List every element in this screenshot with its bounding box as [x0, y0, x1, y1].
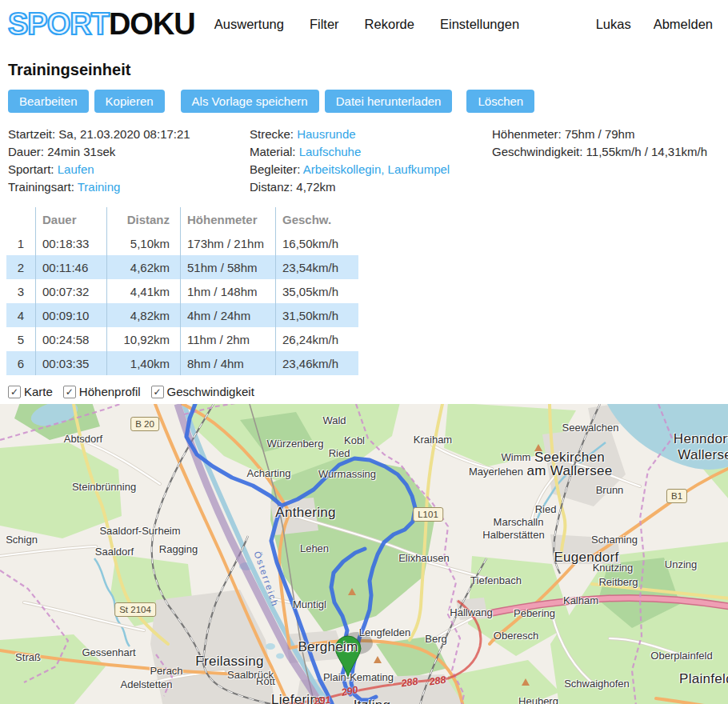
- details-column-3: Höhenmeter: 75hm / 79hmGeschwindigkeit: …: [492, 126, 728, 196]
- laps-cell: 00:18:33: [36, 231, 107, 255]
- detail-value-link[interactable]: Training: [78, 180, 121, 194]
- detail-value: 24min 31sek: [47, 145, 115, 158]
- laps-cell: 23,46km/h: [276, 351, 359, 375]
- checkbox-höhenprofil[interactable]: ✓: [63, 386, 76, 398]
- map-place-label: Schign: [6, 534, 38, 546]
- detail-strecke: Strecke: Hausrunde: [250, 126, 492, 143]
- training-details: Startzeit: Sa, 21.03.2020 08:17:21Dauer:…: [8, 126, 728, 196]
- detail-value: 4,72km: [296, 180, 335, 194]
- detail-distanz: Distanz: 4,72km: [250, 178, 492, 196]
- laps-cell: 00:11:46: [36, 255, 107, 279]
- laps-cell: 6: [6, 351, 36, 375]
- map-place-label: Plainfeld: [679, 671, 728, 687]
- nav-item-filter[interactable]: Filter: [310, 17, 339, 32]
- laps-cell: 00:07:32: [36, 279, 107, 303]
- detail-value: 75hm / 79hm: [565, 127, 635, 141]
- checkbox-geschwindigkeit[interactable]: ✓: [151, 386, 164, 398]
- detail-dauer: Dauer: 24min 31sek: [8, 143, 250, 161]
- nav-right: Lukas Abmelden: [596, 17, 713, 32]
- map-place-label: Berg: [425, 633, 446, 645]
- toggle-höhenprofil[interactable]: ✓Höhenprofil: [63, 385, 141, 398]
- detail-label: Strecke:: [250, 127, 297, 141]
- map-place-label: Kalham: [563, 594, 598, 606]
- laps-col-header: Geschw.: [276, 207, 359, 231]
- map-place-label: Bergheim: [298, 639, 358, 655]
- app-logo[interactable]: SPORTDOKU: [8, 0, 195, 48]
- table-row: 400:09:104,82km4hm / 24hm31,50km/h: [6, 303, 358, 327]
- nav-item-einstellungen[interactable]: Einstellungen: [440, 17, 519, 32]
- top-bar: SPORTDOKU AuswertungFilterRekordeEinstel…: [0, 0, 728, 48]
- detail-material: Material: Laufschuhe: [250, 143, 492, 161]
- road-ref-badge: St 2104: [114, 602, 156, 617]
- detail-value-link[interactable]: Arbeitskollegin, Laufkumpel: [303, 162, 450, 176]
- toggle-geschwindigkeit[interactable]: ✓Geschwindigkeit: [151, 385, 254, 398]
- action-kopieren[interactable]: Kopieren: [94, 90, 165, 113]
- action-löschen[interactable]: Löschen: [466, 90, 534, 113]
- laps-cell: 4: [6, 303, 36, 327]
- table-row: 500:24:5810,92km11hm / 2hm26,24km/h: [6, 327, 358, 351]
- table-row: 100:18:335,10km173hm / 21hm16,50km/h: [6, 231, 358, 255]
- action-als-vorlage-speichern[interactable]: Als Vorlage speichern: [181, 90, 319, 113]
- map-place-label: am Wallersee: [527, 463, 613, 479]
- laps-cell: 51hm / 58hm: [181, 255, 276, 279]
- map[interactable]: AbtsdorfSteinbrünningSchignSaaldorf-Surh…: [0, 404, 728, 704]
- detail-value-link[interactable]: Laufen: [58, 162, 94, 176]
- map-place-label: Mayerlehen: [469, 466, 523, 478]
- detail-value-link[interactable]: Hausrunde: [297, 127, 355, 141]
- laps-cell: 4,82km: [107, 303, 181, 327]
- detail-label: Höhenmeter:: [492, 127, 565, 141]
- map-place-label: Itzling: [354, 698, 391, 704]
- action-buttons: BearbeitenKopierenAls Vorlage speichernD…: [8, 90, 728, 113]
- logout-link[interactable]: Abmelden: [654, 17, 713, 32]
- map-layer-toggles: ✓Karte✓Höhenprofil✓Geschwindigkeit: [8, 385, 728, 398]
- map-place-label: Kraiham: [414, 434, 452, 446]
- map-place-label: Saaldorf-Surheim: [99, 525, 180, 537]
- laps-col-header: Höhenmeter: [181, 207, 276, 231]
- toggle-karte[interactable]: ✓Karte: [8, 385, 53, 398]
- map-place-label: Würzenberg: [267, 438, 324, 450]
- map-place-label: Halberstätten: [482, 529, 544, 541]
- map-place-label: Hallwang: [450, 606, 492, 618]
- laps-cell: 00:03:35: [36, 351, 107, 375]
- checkbox-karte[interactable]: ✓: [8, 386, 21, 398]
- map-place-label: Tiefenbach: [470, 574, 522, 586]
- map-place-label: Wald: [322, 414, 346, 426]
- map-place-label: Unzing: [665, 558, 697, 570]
- laps-table-header: DauerDistanzHöhenmeterGeschw.: [6, 207, 358, 231]
- detail-höhenmeter: Höhenmeter: 75hm / 79hm: [492, 126, 728, 143]
- laps-cell: 1: [6, 231, 36, 255]
- laps-table: DauerDistanzHöhenmeterGeschw. 100:18:335…: [6, 207, 358, 375]
- detail-geschwindigkeit: Geschwindigkeit: 11,55km/h / 14,31km/h: [492, 143, 728, 161]
- laps-cell: 5: [6, 327, 36, 351]
- nav-item-user[interactable]: Lukas: [596, 17, 631, 32]
- laps-cell: 1hm / 148hm: [181, 279, 276, 303]
- laps-cell: 00:09:10: [36, 303, 107, 327]
- logo-sport: SPORT: [8, 7, 109, 41]
- laps-cell: 8hm / 4hm: [181, 351, 276, 375]
- nav-item-auswertung[interactable]: Auswertung: [214, 17, 284, 32]
- map-place-label: Saaldorf: [95, 546, 134, 558]
- action-bearbeiten[interactable]: Bearbeiten: [8, 90, 89, 113]
- detail-label: Trainingsart:: [8, 180, 78, 194]
- map-place-label: Lengfelden: [359, 626, 410, 638]
- map-place-label: Muntigl: [293, 598, 326, 610]
- map-place-label: Brunn: [596, 484, 624, 496]
- map-place-label: Oberplainfeld: [650, 650, 712, 662]
- action-datei-herunterladen[interactable]: Datei herunterladen: [325, 90, 453, 113]
- detail-value-link[interactable]: Laufschuhe: [299, 145, 362, 158]
- map-place-label: Elixhausen: [398, 552, 450, 564]
- map-place-label: Wimm: [502, 451, 531, 463]
- map-place-label: Abtsdorf: [64, 433, 102, 445]
- nav-item-rekorde[interactable]: Rekorde: [365, 17, 414, 32]
- detail-label: Geschwindigkeit:: [492, 145, 586, 158]
- laps-cell: 23,54km/h: [276, 255, 359, 279]
- map-place-label: Anthering: [275, 505, 335, 521]
- laps-cell: 35,05km/h: [276, 279, 359, 303]
- laps-cell: 1,40km: [107, 351, 181, 375]
- laps-cell: 4,62km: [107, 255, 181, 279]
- detail-value: 11,55km/h / 14,31km/h: [586, 145, 707, 158]
- map-place-label: Ried: [535, 503, 557, 515]
- detail-label: Sportart:: [8, 162, 58, 176]
- laps-cell: 10,92km: [107, 327, 181, 351]
- laps-cell: 5,10km: [107, 231, 181, 255]
